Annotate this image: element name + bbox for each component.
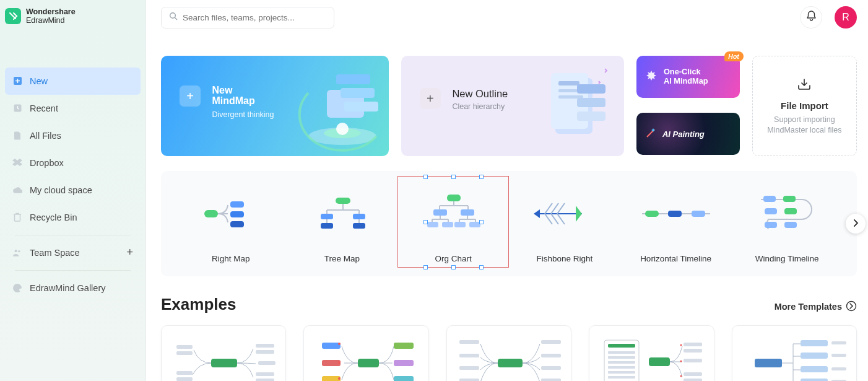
- svg-rect-70: [459, 366, 479, 370]
- svg-point-64: [338, 343, 341, 345]
- ai-oneclick-line2: AI MindMap: [664, 76, 708, 85]
- svg-rect-49: [176, 351, 193, 355]
- sidebar-item-gallery[interactable]: EdrawMind Gallery: [5, 274, 141, 302]
- templates-next-button[interactable]: [846, 214, 866, 234]
- svg-rect-87: [684, 359, 702, 362]
- template-label: Horizontal Timeline: [640, 254, 711, 263]
- examples-header: Examples More Templates: [161, 295, 857, 314]
- svg-rect-56: [256, 379, 274, 381]
- svg-rect-68: [459, 340, 479, 344]
- notifications-button[interactable]: [800, 6, 822, 28]
- svg-rect-75: [541, 379, 561, 381]
- svg-point-2: [15, 250, 17, 252]
- mindmap-subtitle: Divergent thinking: [212, 110, 274, 119]
- circle-arrow-icon: [846, 300, 857, 313]
- svg-rect-98: [831, 341, 846, 344]
- example-card[interactable]: [589, 325, 714, 381]
- sidebar-item-label: Recycle Bin: [30, 212, 77, 222]
- search-box[interactable]: [161, 7, 334, 28]
- example-card[interactable]: [446, 325, 571, 381]
- app-logo: Wondershare EdrawMind: [0, 0, 145, 30]
- mindmap-thumb-icon: [311, 331, 422, 381]
- svg-rect-21: [230, 201, 244, 208]
- svg-rect-42: [765, 208, 777, 214]
- search-input[interactable]: [183, 13, 326, 22]
- svg-rect-52: [256, 344, 274, 348]
- svg-rect-44: [765, 222, 777, 228]
- svg-rect-27: [321, 223, 333, 229]
- file-icon: [12, 131, 22, 141]
- svg-rect-80: [608, 361, 635, 364]
- create-row: + NewMindMap Divergent thinking + New Ou…: [161, 56, 857, 156]
- import-subtitle: Support importing MindMaster local files: [760, 115, 849, 136]
- svg-rect-57: [358, 359, 379, 367]
- sidebar-item-cloud[interactable]: My cloud space: [5, 177, 141, 204]
- sidebar-item-all-files[interactable]: All Files: [5, 122, 141, 149]
- template-tree-map[interactable]: Tree Map: [289, 180, 396, 268]
- sidebar-item-recent[interactable]: Recent: [5, 95, 141, 122]
- logo-mark-icon: [5, 8, 21, 24]
- divider: [15, 235, 131, 235]
- svg-rect-24: [336, 198, 350, 204]
- chevron-right-icon: [853, 218, 859, 229]
- svg-rect-93: [755, 359, 782, 367]
- more-templates-link[interactable]: More Templates: [775, 300, 857, 313]
- svg-marker-36: [534, 209, 540, 218]
- template-label: Tree Map: [324, 254, 360, 263]
- ai-painting-card[interactable]: AI Painting: [636, 113, 740, 155]
- svg-rect-99: [831, 354, 846, 357]
- example-card[interactable]: [303, 325, 428, 381]
- svg-rect-53: [256, 350, 274, 354]
- svg-rect-95: [801, 353, 828, 359]
- add-team-icon[interactable]: +: [126, 246, 133, 259]
- svg-rect-96: [801, 366, 828, 372]
- sidebar-item-recycle[interactable]: Recycle Bin: [5, 204, 141, 231]
- svg-rect-43: [784, 208, 797, 214]
- template-right-map[interactable]: Right Map: [177, 180, 285, 268]
- svg-rect-22: [230, 211, 244, 217]
- user-avatar[interactable]: R: [835, 6, 857, 28]
- mindmap-thumb-icon: [596, 331, 707, 381]
- svg-rect-69: [459, 354, 479, 357]
- sidebar-item-team-space[interactable]: Team Space +: [5, 239, 141, 266]
- svg-rect-88: [684, 372, 702, 376]
- ai-painting-label: AI Painting: [662, 129, 705, 139]
- outline-illustration-icon: [540, 59, 620, 152]
- svg-rect-50: [176, 371, 193, 375]
- users-icon: [12, 248, 22, 258]
- svg-point-90: [680, 344, 682, 346]
- svg-rect-72: [541, 340, 561, 344]
- mindmap-illustration-icon: [296, 56, 389, 156]
- svg-rect-67: [498, 359, 523, 367]
- svg-rect-26: [353, 214, 365, 219]
- example-card[interactable]: [161, 325, 286, 381]
- svg-rect-100: [831, 367, 846, 370]
- template-horizontal-timeline[interactable]: Horizontal Timeline: [622, 180, 730, 268]
- new-mindmap-card[interactable]: + NewMindMap Divergent thinking: [161, 56, 389, 156]
- sidebar-item-dropbox[interactable]: Dropbox: [5, 149, 141, 177]
- palette-icon: [12, 283, 22, 293]
- search-icon: [169, 12, 178, 23]
- sidebar-item-new[interactable]: New: [5, 68, 141, 95]
- template-org-chart[interactable]: Org Chart: [399, 180, 507, 268]
- svg-rect-11: [344, 102, 378, 112]
- svg-rect-84: [649, 357, 670, 366]
- svg-rect-79: [608, 356, 635, 359]
- template-fishbone-right[interactable]: Fishbone Right: [511, 180, 618, 268]
- svg-rect-71: [459, 379, 479, 381]
- template-winding-timeline[interactable]: Winding Timeline: [733, 180, 841, 268]
- sidebar-item-label: Recent: [30, 103, 58, 113]
- svg-rect-17: [577, 84, 605, 94]
- example-card[interactable]: [732, 325, 857, 381]
- sidebar-item-label: Team Space: [30, 248, 80, 258]
- svg-rect-14: [558, 81, 579, 85]
- new-outline-card[interactable]: + New Outline Clear hierarchy: [401, 56, 624, 156]
- file-import-card[interactable]: File Import Support importing MindMaster…: [752, 56, 857, 156]
- ai-oneclick-line1: One-Click: [664, 67, 701, 76]
- svg-rect-10: [341, 88, 375, 98]
- ai-oneclick-card[interactable]: Hot One-ClickAI MindMap: [636, 56, 740, 98]
- svg-rect-55: [256, 372, 274, 376]
- brand-line1: Wondershare: [26, 7, 76, 16]
- svg-rect-78: [608, 351, 635, 354]
- svg-rect-89: [684, 379, 702, 381]
